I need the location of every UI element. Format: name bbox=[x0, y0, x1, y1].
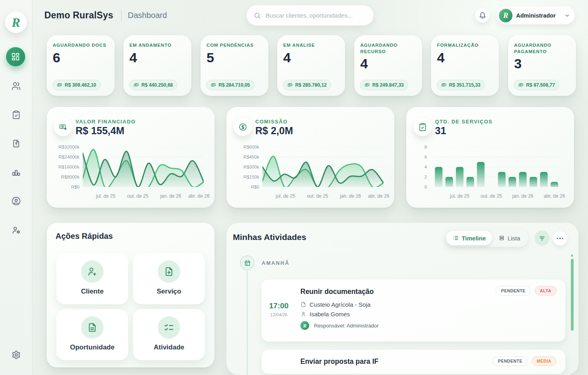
x-tick: abr. de 26 bbox=[188, 193, 209, 199]
status-card-amount-badge: R$ 87.508,77 bbox=[514, 80, 559, 90]
clipboard-check-icon bbox=[418, 123, 427, 131]
quick-action-oportunidade-button[interactable]: Oportunidade bbox=[56, 309, 128, 360]
rows-icon bbox=[499, 235, 505, 241]
scrollbar-thumb[interactable] bbox=[571, 259, 574, 331]
notifications-button[interactable] bbox=[475, 8, 490, 23]
banknote-plus-icon bbox=[59, 123, 68, 131]
status-card-amount: R$ 309.462,10 bbox=[65, 82, 96, 88]
x-tick: jan. de 26 bbox=[512, 193, 533, 199]
status-card-amount: R$ 87.508,77 bbox=[526, 82, 555, 88]
brand-logo: R bbox=[5, 12, 27, 33]
sidebar-item-services[interactable] bbox=[11, 110, 21, 119]
status-badge: PENDENTE bbox=[493, 356, 527, 366]
sidebar-item-profile[interactable] bbox=[11, 196, 21, 206]
y-tick: R$0 bbox=[49, 185, 79, 189]
filter-button[interactable] bbox=[534, 230, 550, 246]
filter-icon bbox=[538, 234, 546, 242]
quick-action-label: Cliente bbox=[81, 288, 104, 296]
quick-action-atividade-button[interactable]: Atividade bbox=[133, 309, 205, 360]
search-bar[interactable] bbox=[246, 5, 373, 26]
avatar-r-icon: R bbox=[503, 12, 509, 19]
status-card-aguardando-pagamento[interactable]: AGUARDANDO PAGAMENTO 3 R$ 87.508,77 bbox=[508, 35, 576, 96]
sidebar-item-reports[interactable] bbox=[11, 167, 21, 177]
x-tick: out. de 25 bbox=[307, 193, 328, 199]
activity-badges: PENDENTE ALTA bbox=[496, 286, 556, 296]
x-tick: out. de 25 bbox=[481, 193, 502, 199]
icon-circle bbox=[81, 260, 103, 283]
status-card-em-analise[interactable]: EM ANÁLISE 4 R$ 285.780,12 bbox=[277, 35, 345, 96]
x-tick: abr. de 26 bbox=[368, 193, 389, 199]
status-card-label: AGUARDANDO RECURSO bbox=[360, 42, 416, 55]
priority-badge: MÉDIA bbox=[532, 356, 556, 366]
clipboard-check-icon bbox=[12, 110, 21, 119]
icon-circle bbox=[158, 260, 180, 283]
user-circle-icon bbox=[12, 196, 21, 206]
gear-icon bbox=[12, 350, 21, 359]
users-icon bbox=[12, 81, 21, 91]
status-card-amount: R$ 285.780,12 bbox=[295, 82, 327, 88]
x-tick: jul. de 25 bbox=[450, 193, 469, 199]
sidebar-item-user-management[interactable] bbox=[11, 225, 21, 235]
user-plus-icon bbox=[87, 266, 97, 277]
metric-card-comissao: COMISSÃO R$ 2,0M R$600k R$450k R$300k R$… bbox=[226, 107, 394, 208]
metric-icon-circle bbox=[54, 118, 72, 136]
status-card-amount-badge: R$ 249.847,33 bbox=[360, 80, 408, 90]
scrollbar-up-arrow[interactable] bbox=[571, 254, 573, 256]
user-name: Administrador bbox=[516, 12, 561, 19]
app-title: Demo RuralSys bbox=[44, 10, 113, 21]
status-card-formalizacao[interactable]: FORMALIZAÇÃO 4 R$ 351.715,33 bbox=[431, 35, 499, 96]
user-gear-icon bbox=[12, 226, 21, 235]
list-checks-icon bbox=[164, 322, 174, 333]
status-card-aguardando-docs[interactable]: AGUARDANDO DOCS 6 R$ 309.462,10 bbox=[47, 35, 115, 96]
responsible-avatar: R bbox=[300, 321, 309, 330]
sidebar-item-clients[interactable] bbox=[11, 81, 21, 91]
y-tick: 6 bbox=[409, 155, 427, 159]
status-card-com-pendencias[interactable]: COM PENDÊNCIAS 5 R$ 284.710,05 bbox=[201, 35, 268, 96]
banknotes-icon bbox=[211, 82, 216, 88]
status-card-em-andamento[interactable]: EM ANDAMENTO 4 R$ 440.250,68 bbox=[123, 35, 191, 96]
banknotes-icon bbox=[364, 82, 370, 88]
metric-value: R$ 155,4M bbox=[75, 125, 124, 137]
activity-card-reunir-documentacao[interactable]: 17:00 12/04/26 Reunir documentação PENDE… bbox=[262, 280, 565, 341]
status-card-value: 4 bbox=[283, 50, 339, 65]
status-card-label: AGUARDANDO DOCS bbox=[53, 42, 109, 49]
quick-action-cliente-button[interactable]: Cliente bbox=[56, 253, 128, 304]
quick-action-servico-button[interactable]: Serviço bbox=[133, 253, 205, 304]
activity-title: Enviar proposta para IF bbox=[300, 357, 378, 366]
sidebar-item-proposals[interactable] bbox=[11, 139, 21, 148]
status-card-value: 4 bbox=[437, 50, 493, 65]
status-card-value: 4 bbox=[129, 50, 185, 65]
activity-badges: PENDENTE MÉDIA bbox=[493, 356, 556, 366]
x-tick: jan. de 26 bbox=[340, 193, 361, 199]
y-tick: 8 bbox=[409, 145, 427, 149]
y-tick: R$24000k bbox=[49, 155, 79, 159]
sidebar-item-settings[interactable] bbox=[11, 350, 21, 359]
search-input[interactable] bbox=[265, 12, 366, 19]
x-tick: jan. de 26 bbox=[160, 193, 181, 199]
sidebar-item-dashboard[interactable] bbox=[6, 47, 25, 66]
y-tick: R$8000k bbox=[49, 175, 79, 179]
y-tick: R$0 bbox=[229, 185, 259, 189]
status-card-amount: R$ 249.847,33 bbox=[372, 82, 404, 88]
tab-lista[interactable]: Lista bbox=[492, 231, 526, 245]
status-card-value: 6 bbox=[53, 50, 109, 65]
quick-action-label: Oportunidade bbox=[70, 343, 114, 351]
x-tick: jul. de 25 bbox=[96, 193, 115, 199]
chevron-down-icon bbox=[564, 13, 570, 18]
quick-actions-card: Ações Rápidas Cliente Serviço Oportunida… bbox=[47, 223, 215, 367]
breadcrumb-page: Dashboard bbox=[128, 11, 167, 20]
status-card-amount-badge: R$ 440.250,68 bbox=[129, 80, 177, 90]
metric-card-valor-financiado: VALOR FINANCIADO R$ 155,4M R$32000k R$24… bbox=[47, 107, 215, 208]
timeline-list-icon bbox=[453, 235, 459, 241]
y-tick: R$600k bbox=[229, 145, 259, 149]
status-card-aguardando-recurso[interactable]: AGUARDANDO RECURSO 4 R$ 249.847,33 bbox=[354, 35, 422, 96]
metric-icon-circle bbox=[234, 118, 252, 136]
tab-timeline[interactable]: Timeline bbox=[446, 231, 492, 245]
activity-card-enviar-proposta[interactable]: Enviar proposta para IF PENDENTE MÉDIA bbox=[262, 350, 565, 374]
activity-title: Reunir documentação bbox=[300, 288, 374, 296]
activity-service: Custeio Agrícola - Soja bbox=[310, 301, 371, 308]
metric-title: VALOR FINANCIADO bbox=[75, 119, 136, 125]
user-menu[interactable]: R Administrador bbox=[497, 6, 575, 24]
more-options-button[interactable] bbox=[553, 231, 567, 246]
bar-chart-icon bbox=[12, 168, 21, 177]
